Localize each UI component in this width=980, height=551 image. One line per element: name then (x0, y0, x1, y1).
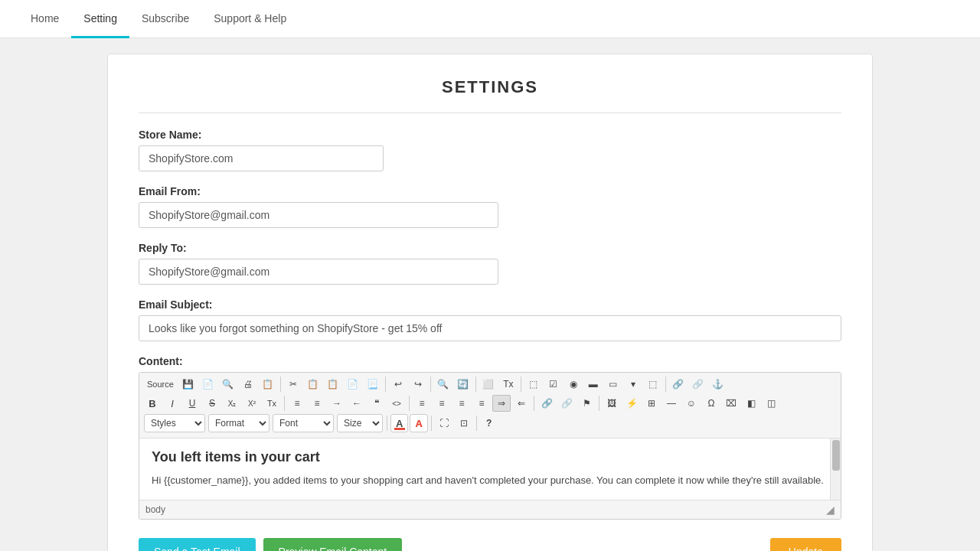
cut-button[interactable]: ✂ (284, 376, 302, 393)
source-button[interactable]: Source (143, 376, 178, 393)
special-char-button[interactable]: Ω (702, 395, 720, 412)
select-button[interactable]: ▾ (624, 376, 642, 393)
align-left-button[interactable]: ≡ (413, 395, 431, 412)
email-subject-input[interactable] (139, 315, 841, 341)
select-all-button[interactable]: ⬜ (479, 376, 498, 393)
paste-text-button[interactable]: 📄 (344, 376, 362, 393)
link2-button[interactable]: 🔗 (537, 395, 556, 412)
textarea-button[interactable]: ▭ (604, 376, 622, 393)
find-button[interactable]: 🔍 (434, 376, 452, 393)
resize-handle[interactable]: ◢ (826, 504, 835, 516)
table-button[interactable]: ⊞ (642, 395, 661, 412)
separator-11 (387, 416, 387, 431)
undo-button[interactable]: ↩ (389, 376, 407, 393)
align-justify-button[interactable]: ≡ (472, 395, 491, 412)
form-button[interactable]: ⬚ (524, 376, 543, 393)
paste-button[interactable]: 📋 (324, 376, 342, 393)
preview-doc-button[interactable]: 🔍 (219, 376, 237, 393)
editor-scrollbar[interactable] (830, 439, 841, 500)
link-button[interactable]: 🔗 (669, 376, 688, 393)
styles-select[interactable]: Styles (144, 414, 205, 432)
rtl-button[interactable]: ⇐ (512, 395, 531, 412)
separator-9 (534, 396, 534, 411)
copy-button[interactable]: 📋 (304, 376, 322, 393)
editor-toolbar: Source 💾 📄 🔍 🖨 📋 ✂ 📋 📋 📄 📃 ↩ (139, 373, 841, 439)
font-select[interactable]: Font (273, 414, 334, 432)
strikethrough-button[interactable]: S (203, 395, 221, 412)
iframe-button[interactable]: ◧ (742, 395, 760, 412)
separator-3 (430, 377, 431, 392)
subscript-button[interactable]: X₂ (223, 395, 241, 412)
content-label: Content: (139, 355, 841, 367)
email-from-label: Email From: (139, 185, 841, 197)
maximize-button[interactable]: ⛶ (435, 415, 453, 432)
separator-2 (385, 377, 386, 392)
outdent-button[interactable]: ← (348, 395, 366, 412)
nav-subscribe[interactable]: Subscribe (129, 0, 201, 38)
nav-bar: Home Setting Subscribe Support & Help (0, 0, 980, 38)
redo-button[interactable]: ↪ (409, 376, 427, 393)
unlink2-button[interactable]: 🔗 (557, 395, 576, 412)
show-blocks-button[interactable]: ◫ (762, 395, 780, 412)
reply-to-input[interactable] (139, 259, 498, 285)
font-color-button[interactable]: A (390, 414, 408, 432)
button-button[interactable]: ⬚ (644, 376, 662, 393)
image-button[interactable]: 🖼 (603, 395, 621, 412)
toolbar-row-2: B I U S X₂ X² Tx ≡ ≡ → ← ❝ <> (142, 395, 838, 412)
italic-button[interactable]: I (163, 395, 181, 412)
page-wrapper: SETTINGS Store Name: Email From: Reply T… (0, 38, 980, 551)
ul-button[interactable]: ≡ (308, 395, 326, 412)
checkbox-button[interactable]: ☑ (544, 376, 563, 393)
editor-scroll-thumb[interactable] (832, 440, 840, 471)
templates-button[interactable]: 📄 (199, 376, 217, 393)
email-title: You left items in your cart (152, 449, 828, 465)
ol-button[interactable]: ≡ (288, 395, 306, 412)
settings-title: SETTINGS (139, 77, 841, 113)
update-button[interactable]: Update (770, 538, 841, 551)
blockquote-button[interactable]: ❝ (368, 395, 386, 412)
preview-button[interactable]: Preview Email Content (263, 538, 403, 551)
superscript-button[interactable]: X² (243, 395, 261, 412)
format-select[interactable]: Format (208, 414, 270, 432)
spellcheck-button[interactable]: 📋 (259, 376, 277, 393)
flag-button[interactable]: ⚑ (577, 395, 596, 412)
align-right-button[interactable]: ≡ (452, 395, 471, 412)
align-center-button[interactable]: ≡ (433, 395, 451, 412)
print-button[interactable]: 🖨 (239, 376, 257, 393)
help-button[interactable]: ? (480, 415, 498, 432)
remove-format-button[interactable]: Tx (499, 376, 518, 393)
flash-button[interactable]: ⚡ (622, 395, 641, 412)
underline-button[interactable]: U (183, 395, 201, 412)
shrink-button[interactable]: ⊡ (455, 415, 473, 432)
paste-word-button[interactable]: 📃 (364, 376, 382, 393)
content-group: Content: Source 💾 📄 🔍 🖨 📋 ✂ 📋 📋 (139, 355, 841, 520)
bold-button[interactable]: B (143, 395, 162, 412)
code-button[interactable]: <> (387, 395, 406, 412)
nav-home[interactable]: Home (31, 0, 71, 38)
size-select[interactable]: Size (337, 414, 383, 432)
page-break-button[interactable]: ⌧ (722, 395, 740, 412)
email-from-input[interactable] (139, 202, 498, 228)
nav-support[interactable]: Support & Help (201, 0, 299, 38)
buttons-row: Send a Test Email Preview Email Content … (139, 538, 841, 551)
store-name-label: Store Name: (139, 129, 841, 141)
bg-color-button[interactable]: A (410, 414, 427, 432)
nav-setting[interactable]: Setting (71, 0, 129, 38)
store-name-input[interactable] (139, 145, 384, 171)
smiley-button[interactable]: ☺ (682, 395, 701, 412)
textfield-button[interactable]: ▬ (584, 376, 603, 393)
remove-inline-button[interactable]: Tx (263, 395, 281, 412)
replace-button[interactable]: 🔄 (454, 376, 472, 393)
unlink-button[interactable]: 🔗 (689, 376, 707, 393)
anchor-button[interactable]: ⚓ (709, 376, 727, 393)
save-button[interactable]: 💾 (179, 376, 198, 393)
hr-button[interactable]: — (662, 395, 681, 412)
editor-content[interactable]: You left items in your cart Hi {{custome… (139, 439, 841, 500)
indent-button[interactable]: → (328, 395, 346, 412)
ltr-button[interactable]: ⇒ (492, 395, 511, 412)
radio-button[interactable]: ◉ (564, 376, 583, 393)
email-subject-group: Email Subject: (139, 298, 841, 341)
send-test-button[interactable]: Send a Test Email (139, 538, 256, 551)
email-from-group: Email From: (139, 185, 841, 228)
separator-7 (284, 396, 285, 411)
